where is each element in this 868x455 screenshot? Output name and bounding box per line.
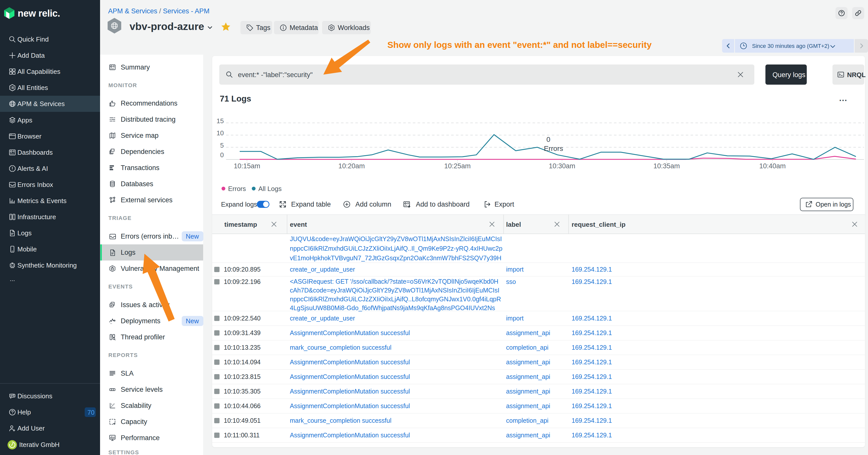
svg-text:15: 15 — [217, 117, 224, 125]
svg-text:10:20am: 10:20am — [338, 162, 365, 170]
svg-text:10:15am: 10:15am — [234, 162, 260, 170]
svg-text:Errors: Errors — [544, 144, 563, 153]
svg-text:10: 10 — [217, 129, 224, 137]
svg-text:5: 5 — [220, 141, 224, 149]
svg-text:10:25am: 10:25am — [444, 162, 470, 170]
svg-text:10:30am: 10:30am — [549, 162, 575, 170]
svg-text:0: 0 — [220, 151, 224, 159]
svg-text:0: 0 — [547, 135, 551, 143]
svg-text:10:35am: 10:35am — [653, 162, 680, 170]
svg-text:10:40am: 10:40am — [759, 162, 785, 170]
